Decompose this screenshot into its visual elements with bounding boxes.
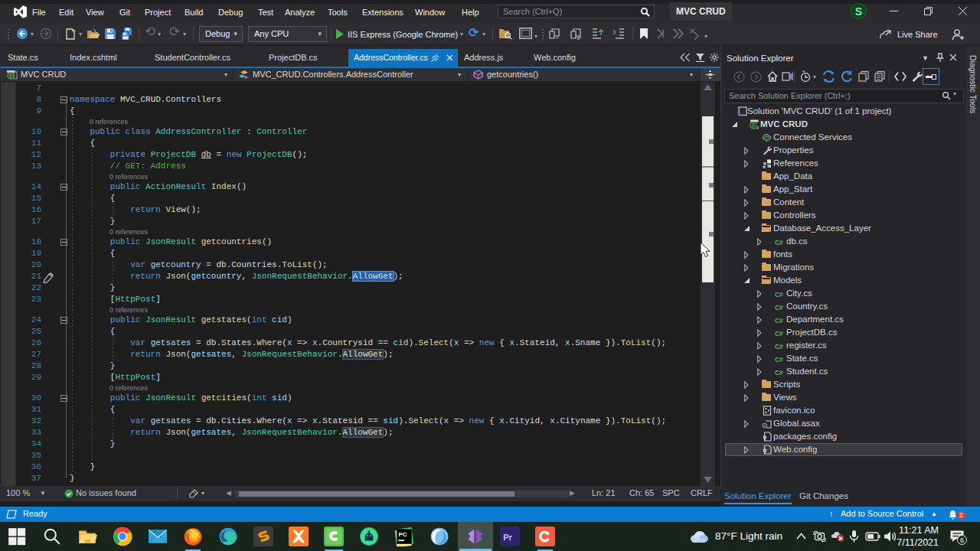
svg-text:Pr: Pr: [503, 533, 512, 542]
svg-text:PC: PC: [398, 531, 407, 538]
